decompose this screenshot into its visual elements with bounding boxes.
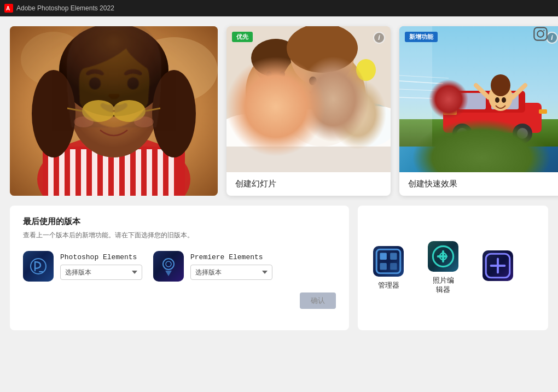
photoshop-version-select[interactable]: 选择版本 2021 2020 2019 [60,265,142,280]
svg-point-64 [489,84,513,111]
slideshow-image: 优先 i [226,26,391,172]
svg-rect-77 [380,263,386,270]
svg-point-33 [134,116,154,127]
organizer-launcher-icon [373,246,404,277]
third-app-launcher-icon [483,250,513,281]
svg-point-71 [31,259,46,274]
version-panel: 最后使用的版本 查看上一个版本后的新增功能。请在下面选择您的旧版本。 Photo… [10,206,349,330]
premiere-app-info: Premiere Elements 选择版本 2021 2020 2019 [190,253,272,280]
svg-point-32 [74,116,94,127]
svg-rect-63 [539,109,547,114]
svg-point-36 [254,39,298,85]
quickfx-image: 新增功能 i [399,26,558,172]
svg-point-44 [328,77,335,85]
large-photo-card [10,26,218,196]
svg-point-39 [290,26,354,86]
svg-line-47 [366,81,368,97]
adobe-icon: A [4,4,13,13]
premiere-app-name: Premiere Elements [190,253,272,261]
version-panel-desc: 查看上一个版本后的新增功能。请在下面选择您的旧版本。 [23,230,336,240]
confirm-row: 确认 [23,292,336,309]
svg-point-45 [341,103,391,147]
photoshop-app-info: Photoshop Elements 选择版本 2021 2020 2019 [60,253,142,280]
svg-rect-19 [147,149,152,196]
slideshow-title: 创建幻灯片 [235,179,276,189]
svg-line-52 [399,97,432,98]
svg-rect-75 [380,253,386,259]
svg-point-42 [280,71,285,78]
svg-point-28 [113,100,146,122]
quickfx-card[interactable]: 新增功能 i [399,26,558,196]
photo-background [10,26,218,196]
svg-rect-48 [399,26,558,147]
svg-point-26 [152,70,196,157]
premiere-app-icon [153,251,184,282]
svg-rect-11 [59,149,65,196]
premiere-app-item: Premiere Elements 选择版本 2021 2020 2019 [153,251,272,282]
svg-point-72 [163,259,174,270]
svg-point-73 [166,261,171,267]
quickfx-title: 创建快速效果 [408,179,457,189]
organizer-launcher-item[interactable]: 管理器 [367,246,410,290]
svg-rect-57 [491,93,519,109]
svg-line-49 [399,81,443,84]
svg-rect-34 [226,26,391,147]
svg-point-23 [70,59,158,157]
photo-editor-launcher-item[interactable]: 照片编 辑器 [421,241,465,295]
svg-rect-12 [70,149,75,196]
active-badge: 优先 [232,32,253,42]
slideshow-card[interactable]: 优先 i [226,26,391,196]
slideshow-info-icon[interactable]: i [373,32,385,44]
third-app-launcher-item[interactable] [476,250,520,285]
svg-point-68 [495,97,499,103]
svg-point-35 [246,54,306,130]
svg-rect-55 [454,91,525,113]
svg-point-58 [452,124,472,143]
svg-point-38 [278,48,366,147]
photoshop-app-name: Photoshop Elements [60,253,142,261]
svg-rect-2 [534,27,547,40]
svg-point-60 [513,124,532,143]
svg-rect-20 [158,149,163,196]
svg-point-69 [502,97,506,103]
svg-point-43 [309,77,317,85]
svg-point-41 [266,71,272,78]
svg-point-65 [491,74,510,96]
svg-text:A: A [6,5,10,11]
svg-rect-70 [399,26,432,147]
confirm-button[interactable]: 确认 [300,292,336,309]
svg-line-29 [67,108,82,111]
instagram-icon[interactable] [533,26,548,42]
svg-point-40 [287,26,358,73]
svg-rect-62 [443,109,457,115]
photoshop-app-item: Photoshop Elements 选择版本 2021 2020 2019 [23,251,142,282]
svg-rect-14 [92,149,97,196]
svg-rect-76 [390,253,397,259]
svg-line-30 [146,108,160,111]
svg-point-46 [356,59,376,81]
photo-editor-label: 照片编 辑器 [433,276,454,295]
photoshop-app-icon [23,251,54,282]
photo-editor-launcher-icon [428,241,458,272]
svg-point-37 [251,39,300,77]
version-panel-title: 最后使用的版本 [23,217,336,227]
svg-rect-18 [136,149,141,196]
svg-rect-13 [81,149,86,196]
svg-point-3 [537,31,544,37]
svg-rect-54 [443,103,542,133]
svg-point-7 [21,32,86,86]
svg-rect-78 [390,263,397,270]
svg-rect-53 [399,119,558,147]
main-content: 优先 i [0,16,558,392]
new-badge: 新增功能 [405,32,438,42]
svg-point-59 [457,128,468,139]
version-apps: Photoshop Elements 选择版本 2021 2020 2019 [23,251,336,282]
titlebar: A Adobe Photoshop Elements 2022 [0,0,558,16]
premiere-version-select[interactable]: 选择版本 2021 2020 2019 [190,265,272,280]
bottom-section: 最后使用的版本 查看上一个版本后的新增功能。请在下面选择您的旧版本。 Photo… [0,197,558,339]
app-launcher-panel: 管理器 照片编 辑器 [358,206,548,330]
organizer-label: 管理器 [378,281,399,290]
svg-line-50 [399,89,438,91]
svg-line-67 [513,85,525,97]
slideshow-footer: 创建幻灯片 [226,172,391,196]
